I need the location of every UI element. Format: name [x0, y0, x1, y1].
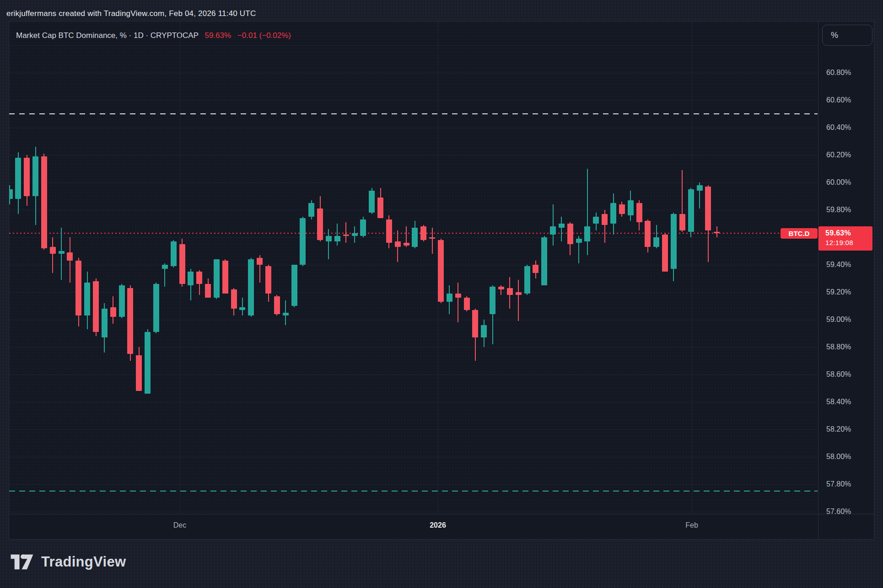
- price-gridline: [9, 73, 818, 73]
- price-scale-unit-button[interactable]: %: [822, 25, 872, 46]
- candle-body: [196, 272, 202, 284]
- last-price-value: 59.63%: [825, 229, 872, 237]
- candle-wick: [328, 229, 329, 259]
- candle-body: [291, 265, 297, 306]
- legend-last-price: 59.63%: [205, 31, 231, 40]
- legend-change: −0.01 (−0.02%): [237, 31, 291, 40]
- price-axis-label: 58.00%: [826, 452, 851, 461]
- price-axis[interactable]: % 60.80%60.60%60.40%60.20%60.00%59.80%59…: [818, 21, 875, 513]
- tradingview-brand-text: TradingView: [41, 554, 126, 570]
- price-axis-label: 59.00%: [826, 315, 851, 324]
- candle-wick: [337, 224, 338, 246]
- price-gridline: [9, 402, 818, 402]
- candle-body: [136, 355, 142, 391]
- candle-body: [705, 187, 711, 230]
- candle-body: [50, 247, 56, 254]
- price-gridline: [9, 429, 818, 430]
- attribution-text: erikjuffermans created with TradingView.…: [6, 9, 256, 18]
- time-axis-label: Feb: [685, 521, 698, 529]
- price-line-symbol-badge: BTC.D: [781, 228, 818, 239]
- candle-body: [576, 239, 582, 243]
- candle-body: [102, 309, 108, 337]
- candle-body: [248, 259, 254, 315]
- candle-body: [472, 310, 478, 337]
- candle-body: [395, 241, 401, 247]
- candle-body: [377, 198, 383, 218]
- candle-body: [317, 208, 323, 240]
- candle-body: [75, 261, 81, 315]
- candle-body: [84, 283, 90, 315]
- candle-body: [481, 325, 487, 337]
- candle-wick: [52, 237, 53, 273]
- chart-plot-area[interactable]: Market Cap BTC Dominance, % · 1D · CRYPT…: [9, 21, 818, 513]
- candle-body: [404, 243, 409, 246]
- time-axis-label: 2026: [430, 521, 446, 529]
- candle-body: [265, 266, 271, 294]
- candle-body: [688, 189, 694, 232]
- candle-body: [171, 241, 177, 266]
- price-gridline: [9, 210, 818, 210]
- symbol-title[interactable]: Market Cap BTC Dominance, % · 1D · CRYPT…: [16, 31, 199, 40]
- candle-body: [41, 156, 47, 248]
- candle-wick: [432, 228, 433, 254]
- candle-body: [550, 226, 556, 235]
- candle-body: [283, 313, 289, 315]
- upper-dashed-level: [9, 113, 818, 114]
- time-axis[interactable]: Dec2026Feb: [9, 514, 875, 540]
- candle-body: [628, 200, 634, 215]
- candle-wick: [242, 298, 243, 315]
- price-axis-label: 60.20%: [826, 150, 851, 160]
- candle-body: [429, 237, 435, 239]
- candle-body: [93, 281, 99, 332]
- candle-body: [533, 265, 538, 273]
- price-axis-label: 59.20%: [826, 288, 851, 297]
- candle-body: [593, 217, 599, 224]
- candle-body: [559, 224, 565, 228]
- price-axis-label: 57.80%: [826, 480, 851, 489]
- time-gridline: [692, 21, 692, 513]
- axis-corner-separator: [818, 514, 818, 540]
- price-gridline: [9, 128, 818, 128]
- candle-wick: [518, 280, 519, 321]
- footer-brand[interactable]: TradingView: [10, 553, 126, 571]
- candle-body: [645, 221, 651, 247]
- candle-body: [334, 236, 340, 241]
- time-axis-label: Dec: [173, 521, 186, 529]
- candle-body: [524, 266, 530, 294]
- candle-body: [153, 284, 159, 332]
- tradingview-logo-icon: [10, 553, 34, 571]
- candle-body: [714, 232, 720, 233]
- candle-wick: [345, 222, 346, 243]
- candle-body: [619, 204, 625, 214]
- candle-body: [567, 224, 573, 244]
- candle-body: [662, 235, 668, 272]
- candle-body: [602, 214, 608, 225]
- candle-body: [239, 307, 245, 310]
- candle-body: [231, 289, 237, 309]
- candle-body: [498, 287, 504, 289]
- candle-body: [119, 285, 125, 317]
- price-axis-label: 58.60%: [826, 370, 851, 379]
- symbol-legend[interactable]: Market Cap BTC Dominance, % · 1D · CRYPT…: [16, 31, 291, 40]
- candle-body: [610, 203, 616, 224]
- price-gridline: [9, 512, 818, 512]
- candle-body: [179, 244, 185, 284]
- price-axis-label: 60.40%: [826, 123, 851, 132]
- candle-body: [188, 272, 194, 285]
- candle-body: [455, 294, 461, 298]
- candle-body: [360, 219, 366, 236]
- chart-frame: Market Cap BTC Dominance, % · 1D · CRYPT…: [9, 21, 874, 540]
- candle-wick: [61, 228, 62, 280]
- price-axis-label: 58.80%: [826, 342, 851, 352]
- candle-body: [507, 288, 513, 295]
- candle-body: [516, 292, 522, 295]
- candle-body: [541, 237, 547, 285]
- candle-body: [352, 233, 358, 236]
- price-gridline: [9, 265, 818, 265]
- candle-wick: [553, 204, 554, 246]
- price-gridline: [9, 374, 818, 375]
- candle-body: [447, 294, 452, 302]
- candle-body: [274, 296, 280, 314]
- price-axis-label: 58.40%: [826, 397, 851, 406]
- bar-countdown: 12:19:08: [825, 239, 872, 246]
